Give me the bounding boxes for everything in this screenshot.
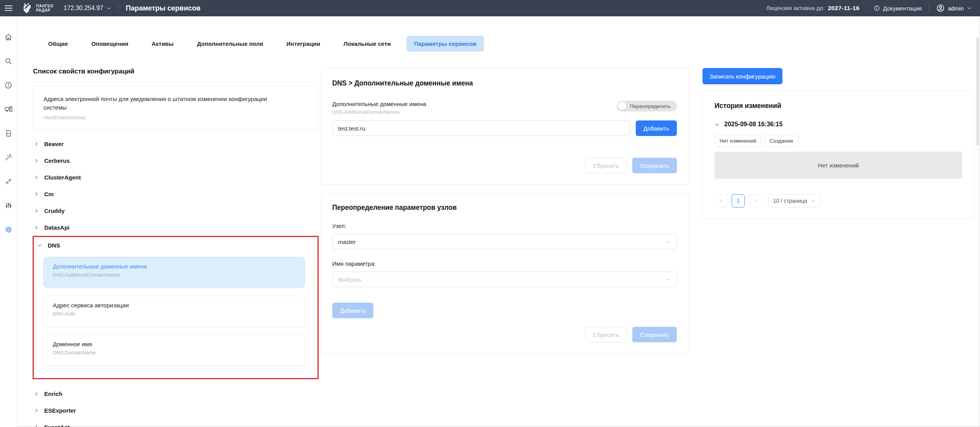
magic-wand-icon[interactable] — [0, 145, 17, 169]
chevron-down-icon — [811, 199, 816, 203]
reset-button[interactable]: Сбросить — [585, 158, 627, 173]
tree-item-cm[interactable]: Cm — [33, 186, 318, 202]
info-icon[interactable] — [0, 73, 17, 97]
tab-parametry-servisov[interactable]: Параметры сервисов — [406, 36, 484, 52]
tree-item-esexporter[interactable]: ESExporter — [33, 402, 318, 419]
hamburger-menu-icon[interactable] — [0, 0, 17, 16]
field-code: DNS.AdditionalDomainNames — [332, 109, 426, 115]
icon-rail — [0, 16, 17, 427]
chevron-down-icon — [666, 277, 671, 282]
field-label: Дополнительные доменные имена — [332, 101, 426, 107]
tree-item-dns-expanded[interactable]: DNS — [34, 237, 317, 254]
config-properties-panel: Список свойств конфигураций Адреса элект… — [33, 66, 318, 427]
dns-child-domain-name[interactable]: Доменное имя DNS.DomainName — [43, 335, 305, 366]
user-menu[interactable]: admin — [936, 4, 971, 12]
chevron-right-icon — [34, 391, 39, 396]
history-entry-toggle[interactable]: 2025-09-08 16:36:15 — [715, 121, 962, 128]
service-tree: Beaver Cerberus ClusterAgent Cm Cruddy D… — [33, 136, 318, 236]
documentation-link[interactable]: Документация — [874, 5, 922, 12]
history-entry-date: 2025-09-08 16:36:15 — [724, 121, 782, 128]
pagination-next-button[interactable] — [749, 194, 762, 207]
no-changes-box: Нет изменений — [715, 152, 962, 179]
config-item-code: AlertEmailsNormal — [43, 115, 308, 120]
tab-opovescheniya[interactable]: Оповещения — [83, 36, 136, 52]
tab-aktivy[interactable]: Активы — [144, 36, 181, 52]
node-select-value: master — [338, 239, 356, 245]
chevron-right-icon — [753, 199, 758, 203]
domain-name-input[interactable] — [332, 120, 630, 136]
filters-icon[interactable] — [0, 193, 17, 218]
domain-names-card: DNS > Дополнительные доменные имена Допо… — [320, 68, 689, 185]
chevron-right-icon — [34, 175, 39, 180]
collapse-icon[interactable] — [0, 169, 17, 193]
service-tree-after: Enrich ESExporter EventAnt — [33, 385, 318, 427]
tree-item-beaver[interactable]: Beaver — [33, 136, 318, 152]
tree-item-cruddy[interactable]: Cruddy — [33, 202, 318, 219]
tab-dopolnitelnye-polya[interactable]: Дополнительные поля — [189, 36, 271, 52]
save-button[interactable]: Сохранить — [632, 158, 677, 173]
chevron-down-icon — [666, 239, 671, 244]
license-label: Лицензия активна до:2027-11-16 — [766, 5, 860, 12]
tree-item-enrich[interactable]: Enrich — [33, 385, 318, 402]
tab-lokalnye-seti[interactable]: Локальные сети — [336, 36, 399, 52]
tree-item-datasapi[interactable]: DatasApi — [33, 219, 318, 236]
node-select[interactable]: master — [332, 234, 677, 249]
tree-item-eventant[interactable]: EventAnt — [33, 419, 318, 427]
pagination-prev-button[interactable] — [715, 194, 728, 207]
param-label: Имя параметра: — [332, 260, 677, 267]
tab-obschie[interactable]: Общие — [40, 36, 76, 52]
header-divider — [118, 4, 119, 12]
page-size-select[interactable]: 10 / страница — [768, 194, 821, 207]
tree-item-cerberus[interactable]: Cerberus — [33, 152, 318, 169]
avatar-icon — [936, 4, 945, 12]
annotation-highlight-box: DNS Дополнительные доменные имена DNS.Ad… — [33, 236, 319, 379]
page-title: Параметры сервисов — [126, 4, 200, 12]
param-select[interactable]: Выбрать — [332, 272, 677, 287]
dns-child-auth[interactable]: Адрес сервиса авторизации DNS.Auth — [43, 296, 305, 327]
brand-logo: ПАНГЕОРАДАР — [23, 3, 54, 14]
config-item-title: Адреса электронной почты для уведомления… — [43, 95, 276, 112]
config-list-heading: Список свойств конфигураций — [33, 68, 318, 75]
change-history-card: История изменений 2025-09-08 16:36:15 Не… — [702, 91, 974, 219]
workstation-icon[interactable] — [0, 97, 17, 121]
chevron-right-icon — [34, 141, 39, 146]
instance-ip-selector[interactable]: 172.30.254.97 — [64, 5, 111, 12]
param-select-placeholder: Выбрать — [338, 276, 361, 283]
chevron-right-icon — [34, 208, 39, 213]
history-tag-creation: Создание — [765, 135, 798, 147]
dns-children-list: Дополнительные доменные имена DNS.Additi… — [34, 254, 317, 366]
chevron-down-icon — [37, 243, 42, 248]
chevron-down-icon — [967, 6, 971, 10]
dns-child-additional-domain-names[interactable]: Дополнительные доменные имена DNS.Additi… — [43, 257, 305, 288]
home-icon[interactable] — [0, 25, 17, 49]
history-title: История изменений — [715, 102, 962, 110]
history-tag-no-changes: Нет изменений — [715, 135, 761, 147]
file-code-icon[interactable] — [0, 121, 17, 145]
settings-tabs: Общие Оповещения Активы Дополнительные п… — [40, 36, 484, 52]
settings-gear-icon[interactable] — [0, 218, 17, 242]
tree-item-clusteragent[interactable]: ClusterAgent — [33, 169, 318, 186]
header-divider — [866, 4, 867, 12]
add-domain-button[interactable]: Добавить — [636, 120, 677, 136]
tab-integratsii[interactable]: Интеграции — [279, 36, 328, 52]
save-button[interactable]: Сохранить — [632, 327, 677, 342]
node-override-card: Переопределение параметров узлов Узел: m… — [320, 192, 689, 354]
domain-card-title: DNS > Дополнительные доменные имена — [332, 79, 677, 87]
chevron-right-icon — [34, 425, 39, 427]
node-label: Узел: — [332, 223, 677, 229]
add-node-param-button[interactable]: Добавить — [332, 303, 373, 318]
heading-divider — [33, 82, 318, 82]
chevron-down-icon — [106, 6, 111, 11]
info-circle-icon — [874, 5, 880, 11]
config-item-alert-emails[interactable]: Адреса электронной почты для уведомления… — [33, 86, 318, 129]
pagination-page-1[interactable]: 1 — [732, 194, 745, 207]
write-configuration-button[interactable]: Записать конфигурацию — [702, 68, 782, 84]
history-column: Записать конфигурацию История изменений … — [702, 68, 974, 219]
search-icon[interactable] — [0, 49, 17, 73]
toggle-label: Переопределить — [630, 103, 671, 109]
override-toggle[interactable]: Переопределить — [617, 101, 677, 112]
scrollbar-thumb[interactable] — [977, 37, 979, 146]
chevron-left-icon — [719, 199, 723, 203]
reset-button[interactable]: Сбросить — [585, 327, 627, 342]
chevron-right-icon — [34, 192, 39, 197]
